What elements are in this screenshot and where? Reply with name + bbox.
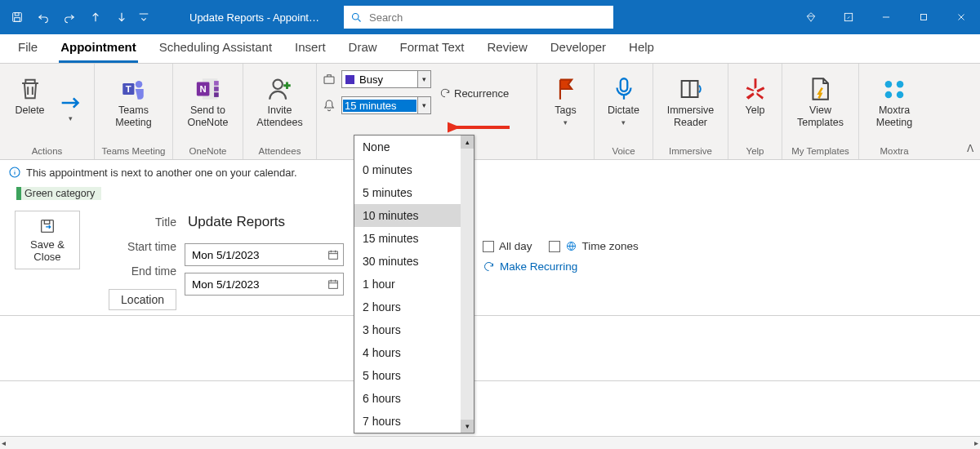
- yelp-button[interactable]: Yelp: [733, 72, 777, 142]
- svg-rect-24: [44, 220, 49, 224]
- flag-icon: [552, 75, 580, 103]
- reminder-option[interactable]: 4 hours: [354, 341, 474, 364]
- category-chip[interactable]: Green category: [16, 187, 101, 200]
- immersive-reader-button[interactable]: Immersive Reader: [661, 72, 721, 142]
- calendar-icon[interactable]: [327, 278, 340, 291]
- end-time-label: End time: [131, 265, 176, 278]
- close-icon[interactable]: [942, 0, 980, 34]
- appointment-form: Save & Close Title Start time End time L…: [0, 202, 980, 310]
- teams-meeting-button[interactable]: T Teams Meeting: [109, 72, 158, 142]
- ribbon-tabs: File Appointment Scheduling Assistant In…: [0, 34, 980, 64]
- tab-scheduling-assistant[interactable]: Scheduling Assistant: [158, 35, 274, 63]
- group-immersive: Immersive Reader Immersive: [653, 64, 728, 159]
- recurrence-icon: [439, 87, 451, 99]
- dictate-button[interactable]: Dictate ▾: [601, 72, 646, 142]
- send-to-onenote-button[interactable]: N Send to OneNote: [180, 72, 234, 142]
- reminder-option[interactable]: 10 minutes: [354, 204, 474, 227]
- window-controls: [792, 0, 980, 34]
- save-icon[interactable]: [7, 7, 28, 28]
- up-arrow-icon[interactable]: [85, 7, 106, 28]
- delete-button[interactable]: Delete: [8, 72, 52, 142]
- svg-text:N: N: [199, 84, 206, 94]
- forward-button[interactable]: ▾: [56, 72, 87, 142]
- microphone-icon: [610, 75, 638, 103]
- moxtra-meeting-button[interactable]: Moxtra Meeting: [870, 72, 919, 142]
- reminder-dropdown[interactable]: ▴ ▾ None0 minutes5 minutes10 minutes15 m…: [354, 135, 474, 433]
- chevron-down-icon: ▾: [564, 118, 568, 127]
- save-and-close-button[interactable]: Save & Close: [15, 211, 80, 269]
- svg-rect-25: [329, 251, 338, 259]
- yelp-icon: [742, 75, 769, 103]
- reminder-option[interactable]: 30 minutes: [354, 250, 474, 273]
- undo-icon[interactable]: [33, 7, 54, 28]
- info-icon: [8, 166, 21, 179]
- svg-text:T: T: [126, 84, 131, 94]
- view-templates-button[interactable]: View Templates: [791, 72, 850, 142]
- collapse-ribbon-icon[interactable]: ᐱ: [967, 143, 973, 154]
- make-recurring-link[interactable]: Make Recurring: [483, 260, 639, 273]
- show-as-select[interactable]: Busy ▾: [341, 70, 431, 88]
- svg-point-15: [273, 79, 282, 88]
- reminder-option[interactable]: 7 hours: [354, 410, 474, 433]
- tab-insert[interactable]: Insert: [293, 35, 327, 63]
- scroll-down-icon[interactable]: ▾: [461, 420, 474, 433]
- end-date-field[interactable]: Mon 5/1/2023: [185, 273, 344, 296]
- title-label: Title: [155, 216, 176, 229]
- tags-button[interactable]: Tags ▾: [544, 72, 588, 142]
- group-actions: Delete ▾ Actions: [0, 64, 95, 159]
- redo-icon[interactable]: [59, 7, 80, 28]
- group-teams: T Teams Meeting Teams Meeting: [95, 64, 173, 159]
- start-date-field[interactable]: Mon 5/1/2023: [185, 243, 344, 266]
- tab-review[interactable]: Review: [486, 35, 529, 63]
- svg-rect-11: [214, 87, 219, 91]
- add-person-icon: [266, 75, 294, 103]
- svg-point-18: [885, 81, 893, 88]
- tab-draw[interactable]: Draw: [347, 35, 379, 63]
- all-day-checkbox[interactable]: [483, 241, 494, 252]
- reminder-option[interactable]: 5 minutes: [354, 181, 474, 204]
- chevron-down-icon[interactable]: ▾: [417, 71, 430, 87]
- reminder-option[interactable]: 2 hours: [354, 296, 474, 318]
- tab-file[interactable]: File: [16, 35, 39, 63]
- chevron-down-icon[interactable]: ▾: [417, 97, 430, 113]
- svg-rect-17: [620, 78, 627, 91]
- maximize-icon[interactable]: [905, 0, 942, 34]
- reminder-select[interactable]: 15 minutes ▾: [341, 96, 431, 114]
- title-bar: Update Reports - Appoint…: [0, 0, 980, 34]
- invite-attendees-button[interactable]: Invite Attendees: [250, 72, 309, 142]
- recurrence-button[interactable]: Recurrence: [436, 87, 512, 100]
- qat-more-icon[interactable]: [137, 7, 150, 28]
- horizontal-scrollbar[interactable]: ◂▸: [0, 436, 980, 449]
- reminder-option[interactable]: 0 minutes: [354, 158, 474, 181]
- group-onenote: N Send to OneNote OneNote: [173, 64, 243, 159]
- search-input[interactable]: [369, 11, 607, 24]
- premium-icon[interactable]: [792, 0, 830, 34]
- reminder-option[interactable]: 6 hours: [354, 387, 474, 410]
- tab-help[interactable]: Help: [627, 35, 656, 63]
- window-mode-icon[interactable]: [830, 0, 867, 34]
- title-field[interactable]: Update Reports: [185, 212, 344, 237]
- reminder-option[interactable]: 3 hours: [354, 318, 474, 341]
- search-box[interactable]: [344, 6, 613, 29]
- location-button[interactable]: Location: [109, 289, 176, 310]
- down-arrow-icon[interactable]: [111, 7, 132, 28]
- calendar-icon[interactable]: [327, 248, 340, 261]
- svg-point-19: [897, 81, 904, 88]
- svg-rect-1: [15, 13, 19, 16]
- tab-developer[interactable]: Developer: [549, 35, 608, 63]
- scrollbar[interactable]: ▴ ▾: [461, 136, 474, 433]
- minimize-icon[interactable]: [867, 0, 905, 34]
- ribbon: Delete ▾ Actions T Teams Meeting Teams M…: [0, 64, 980, 160]
- time-zones-checkbox[interactable]: [549, 241, 560, 252]
- tab-appointment[interactable]: Appointment: [59, 35, 137, 63]
- reminder-option[interactable]: 1 hour: [354, 273, 474, 296]
- forward-arrow-icon: [57, 95, 85, 111]
- reminder-option[interactable]: 5 hours: [354, 364, 474, 387]
- reminder-option[interactable]: None: [354, 136, 474, 158]
- group-attendees: Invite Attendees Attendees: [243, 64, 317, 159]
- tab-format-text[interactable]: Format Text: [399, 35, 466, 63]
- reminder-option[interactable]: 15 minutes: [354, 227, 474, 250]
- svg-point-3: [352, 13, 359, 20]
- svg-rect-2: [15, 18, 20, 22]
- globe-icon: [565, 240, 577, 252]
